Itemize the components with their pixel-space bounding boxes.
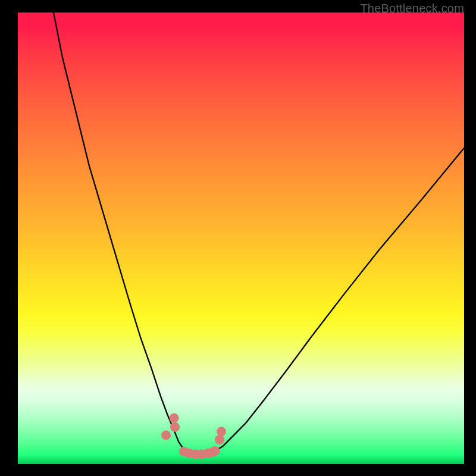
plot-area — [18, 12, 464, 464]
attribution-text: TheBottleneck.com — [360, 2, 464, 15]
chart-frame: TheBottleneck.com — [0, 0, 476, 476]
